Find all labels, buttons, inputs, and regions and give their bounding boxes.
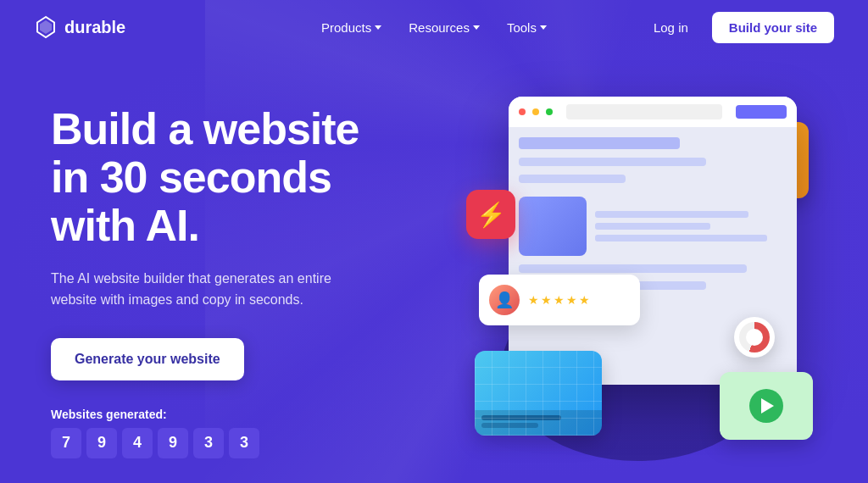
star-3: ★ xyxy=(554,293,565,307)
digit-2: 4 xyxy=(122,428,153,458)
nav-right: Log in Build your site xyxy=(643,12,834,43)
nav-products[interactable]: Products xyxy=(311,14,392,42)
content-bar-2 xyxy=(519,175,626,183)
map-card xyxy=(475,351,602,436)
build-site-button[interactable]: Build your site xyxy=(712,12,834,43)
play-button[interactable] xyxy=(749,389,783,423)
video-play-card xyxy=(720,372,813,440)
star-rating: ★ ★ ★ ★ ★ xyxy=(528,293,590,307)
main-content: Build a website in 30 seconds with AI. T… xyxy=(0,54,868,483)
content-image-placeholder xyxy=(519,197,587,256)
navbar: durable Products Resources Tools Log in … xyxy=(0,0,868,54)
browser-action-bar xyxy=(736,105,787,119)
text-line-2 xyxy=(595,223,710,230)
website-counter: Websites generated: 7 9 4 9 3 3 xyxy=(51,408,441,458)
resources-caret-icon xyxy=(473,25,480,30)
nav-links: Products Resources Tools xyxy=(311,14,557,42)
generate-website-button[interactable]: Generate your website xyxy=(51,338,244,380)
login-button[interactable]: Log in xyxy=(643,14,698,42)
content-bar-3 xyxy=(519,264,747,273)
star-5: ★ xyxy=(579,293,590,307)
tools-caret-icon xyxy=(540,25,547,30)
content-bar-1 xyxy=(519,158,706,166)
digit-1: 9 xyxy=(86,428,117,458)
browser-dot-red xyxy=(519,108,526,115)
browser-dot-green xyxy=(546,108,553,115)
hero-subtitle: The AI website builder that generates an… xyxy=(51,268,339,311)
counter-digits: 7 9 4 9 3 3 xyxy=(51,428,441,458)
digit-0: 7 xyxy=(51,428,81,458)
digit-4: 3 xyxy=(193,428,224,458)
browser-topbar xyxy=(509,97,797,127)
dial-progress xyxy=(739,322,770,353)
content-text-lines xyxy=(595,197,787,256)
star-1: ★ xyxy=(528,293,539,307)
browser-dot-yellow xyxy=(532,108,539,115)
nav-resources[interactable]: Resources xyxy=(398,14,490,42)
hero-section: Build a website in 30 seconds with AI. T… xyxy=(51,88,441,458)
brand-name: durable xyxy=(64,18,125,37)
content-header-placeholder xyxy=(519,137,680,149)
dial-center xyxy=(746,329,763,346)
browser-url-bar xyxy=(566,104,722,119)
lightning-icon: ⚡ xyxy=(476,201,506,229)
digit-3: 9 xyxy=(158,428,188,458)
star-4: ★ xyxy=(566,293,577,307)
text-line-1 xyxy=(595,211,748,218)
text-line-3 xyxy=(595,235,767,242)
digit-5: 3 xyxy=(229,428,259,458)
logo[interactable]: durable xyxy=(34,15,125,39)
map-grid xyxy=(475,351,602,436)
play-icon xyxy=(761,398,774,414)
counter-label: Websites generated: xyxy=(51,408,441,421)
content-row-1 xyxy=(519,197,787,256)
lightning-card: ⚡ xyxy=(466,190,515,239)
hero-title: Build a website in 30 seconds with AI. xyxy=(51,105,441,251)
star-2: ★ xyxy=(541,293,552,307)
nav-tools[interactable]: Tools xyxy=(497,14,557,42)
logo-icon xyxy=(34,15,58,39)
reviewer-avatar: 👤 xyxy=(489,285,520,315)
review-card: 👤 ★ ★ ★ ★ ★ xyxy=(479,275,640,325)
hero-illustration: ⚡ 🏔 👤 ★ ★ ★ ★ ★ xyxy=(458,80,817,483)
products-caret-icon xyxy=(375,25,381,30)
dial-card xyxy=(734,317,775,358)
